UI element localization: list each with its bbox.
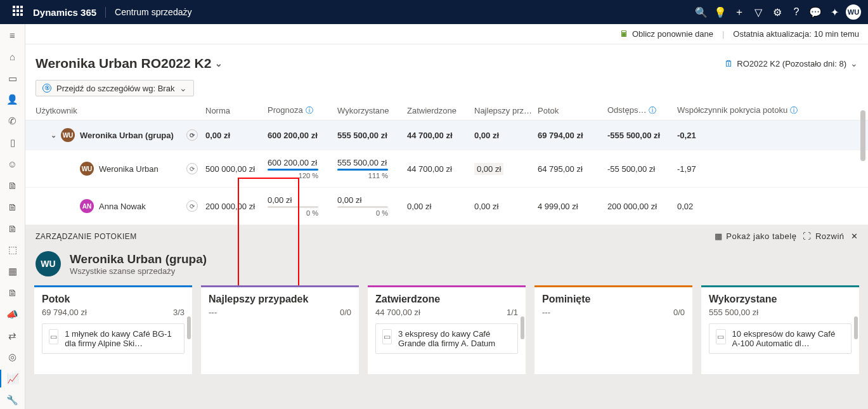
panel-title: ZARZĄDZANIE POTOKIEM: [36, 232, 137, 241]
cell-odsteps: -55 500,00 zł: [607, 164, 677, 174]
table-row[interactable]: WUWeronika Urban⟳500 000,00 zł600 200,00…: [25, 150, 868, 188]
column-scrollbar[interactable]: [521, 316, 524, 339]
expand-row-icon[interactable]: ⌄: [48, 131, 58, 140]
expand-button[interactable]: ⛶Rozwiń: [803, 231, 844, 241]
kanban-board: Potok69 794,00 zł3/3▭1 młynek do kawy Ca…: [25, 285, 868, 374]
nav-doc3-icon[interactable]: 🗎: [0, 219, 25, 237]
card-icon: ▭: [49, 329, 58, 344]
kanban-card[interactable]: ▭10 ekspresów do kawy Café A-100 Automat…: [709, 323, 852, 354]
chat-icon[interactable]: 💬: [806, 0, 825, 24]
nav-home-icon[interactable]: ⌂: [0, 48, 25, 66]
search-icon[interactable]: 🔍: [692, 0, 711, 24]
kanban-title: Potok: [42, 294, 185, 305]
kanban-title: Najlepszy przypadek: [209, 294, 351, 305]
kanban-count: 1/1: [507, 308, 518, 317]
nav-doc1-icon[interactable]: 🗎: [0, 177, 25, 195]
forecast-grid: Użytkownik Norma Prognozaⓘ Wykorzystane …: [25, 101, 868, 225]
last-update-label: Ostatnia aktualizacja: 10 min temu: [733, 29, 859, 39]
card-text: 1 młynek do kawy Café BG-1 dla firmy Alp…: [65, 329, 178, 348]
period-selector[interactable]: 🗓 RO2022 K2 (Pozostało dni: 8) ⌄: [725, 58, 858, 68]
nav-wrench-icon[interactable]: 🔧: [0, 391, 25, 409]
info-icon[interactable]: ⓘ: [649, 106, 656, 115]
assistant-icon[interactable]: ✦: [825, 0, 844, 24]
nav-phone-icon[interactable]: ✆: [0, 112, 25, 130]
user-avatar: WU: [80, 162, 94, 176]
cell-potok: 69 794,00 zł: [538, 131, 607, 140]
nav-megaphone-icon[interactable]: 📣: [0, 306, 25, 323]
card-icon: ▭: [716, 329, 726, 344]
kanban-amount: 69 794,00 zł: [42, 308, 87, 317]
nav-item-icon[interactable]: ▭: [0, 70, 25, 88]
expand-icon: ⛶: [803, 231, 812, 241]
nav-book-icon[interactable]: ▯: [0, 134, 25, 152]
col-wpp[interactable]: Współczynnik pokrycia potokuⓘ: [677, 105, 858, 116]
chevron-down-icon: ⌄: [215, 58, 223, 68]
add-icon[interactable]: ＋: [730, 0, 749, 24]
cell-najlepszy: 0,00 zł: [474, 164, 538, 174]
col-user[interactable]: Użytkownik: [36, 106, 205, 115]
table-icon: ▦: [715, 231, 723, 241]
table-row[interactable]: ANAnna Nowak⟳200 000,00 zł0,00 zł0 %0,00…: [25, 188, 868, 225]
user-avatar[interactable]: WU: [844, 0, 863, 24]
cell-wpp: -1,97: [677, 164, 858, 174]
chevron-down-icon: ⌄: [179, 83, 187, 93]
grid-scrollbar[interactable]: [860, 104, 865, 186]
show-as-table-button[interactable]: ▦Pokaż jako tabelę: [715, 231, 797, 241]
kanban-card[interactable]: ▭3 ekspresy do kawy Café Grande dla firm…: [375, 323, 518, 354]
lightbulb-icon[interactable]: 💡: [711, 0, 730, 24]
close-panel-button[interactable]: ✕: [851, 231, 858, 241]
table-row[interactable]: ⌄WUWeronika Urban (grupa)⟳0,00 zł600 200…: [25, 120, 868, 150]
user-name: Weronika Urban: [99, 164, 159, 174]
nav-hamburger-icon[interactable]: ≡: [0, 27, 25, 44]
cell-norma: 500 000,00 zł: [205, 164, 268, 174]
page-title[interactable]: Weronika Urban RO2022 K2⌄: [36, 56, 223, 71]
col-potok[interactable]: Potok: [538, 106, 607, 115]
group-subtitle: Wszystkie szanse sprzedaży: [70, 266, 207, 276]
chevron-down-icon: ⌄: [850, 58, 858, 68]
group-icon: ⦿: [42, 84, 51, 93]
nav-relations-icon[interactable]: ⇄: [0, 327, 25, 345]
help-icon[interactable]: ?: [787, 0, 806, 24]
column-scrollbar[interactable]: [854, 316, 858, 339]
nav-contact-icon[interactable]: ☺: [0, 155, 25, 173]
kanban-column-naj: Najlepszy przypadek---0/0: [201, 285, 359, 374]
recalc-button[interactable]: 🖩Oblicz ponownie dane: [620, 29, 713, 39]
col-wykorzystane[interactable]: Wykorzystane: [337, 106, 407, 115]
close-icon: ✕: [851, 231, 858, 241]
cell-najlepszy: 0,00 zł: [474, 202, 538, 211]
info-icon[interactable]: ⓘ: [790, 106, 798, 115]
cell-prognoza: 0,00 zł0 %: [268, 195, 337, 217]
nav-doc4-icon[interactable]: 🗎: [0, 284, 25, 302]
app-launcher-icon[interactable]: [13, 6, 25, 18]
nav-doc2-icon[interactable]: 🗎: [0, 198, 25, 216]
adjust-icon[interactable]: ⟳: [186, 200, 198, 212]
filter-icon[interactable]: ▽: [749, 0, 768, 24]
drill-down-button[interactable]: ⦿ Przejdź do szczegółów wg: Brak ⌄: [36, 80, 194, 96]
cell-wpp: -0,21: [677, 131, 858, 140]
col-norma[interactable]: Norma: [205, 106, 268, 115]
col-najlepszy[interactable]: Najlepszy prz…: [474, 106, 538, 115]
nav-target-icon[interactable]: ◎: [0, 348, 25, 366]
calculator-icon: 🖩: [620, 29, 628, 39]
info-icon[interactable]: ⓘ: [306, 106, 313, 115]
nav-chart-icon[interactable]: 📈: [0, 370, 25, 387]
column-scrollbar[interactable]: [187, 316, 191, 339]
kanban-column-potok: Potok69 794,00 zł3/3▭1 młynek do kawy Ca…: [34, 285, 192, 374]
nav-people-icon[interactable]: 👤: [0, 91, 25, 108]
col-odsteps[interactable]: Odstęps…ⓘ: [607, 105, 677, 116]
cell-prognoza: 600 200,00 zł: [268, 131, 337, 140]
adjust-icon[interactable]: ⟳: [186, 129, 198, 141]
cell-najlepszy: 0,00 zł: [474, 131, 538, 140]
nav-table-icon[interactable]: ▦: [0, 263, 25, 280]
adjust-icon[interactable]: ⟳: [186, 163, 198, 174]
col-prognoza[interactable]: Prognozaⓘ: [268, 105, 337, 116]
kanban-column-wyk: Wykorzystane555 500,00 zł▭10 ekspresów d…: [701, 285, 859, 374]
settings-icon[interactable]: ⚙: [768, 0, 787, 24]
nav-box-icon[interactable]: ⬚: [0, 241, 25, 259]
card-text: 10 ekspresów do kawy Café A-100 Automati…: [732, 329, 845, 348]
kanban-card[interactable]: ▭1 młynek do kawy Café BG-1 dla firmy Al…: [42, 323, 185, 354]
col-zatwierdzone[interactable]: Zatwierdzone: [407, 106, 474, 115]
cell-wykorzystane: 555 500,00 zł111 %: [337, 158, 407, 179]
kanban-amount: ---: [542, 308, 550, 317]
kanban-column-zat: Zatwierdzone44 700,00 zł1/1▭3 ekspresy d…: [368, 285, 526, 374]
